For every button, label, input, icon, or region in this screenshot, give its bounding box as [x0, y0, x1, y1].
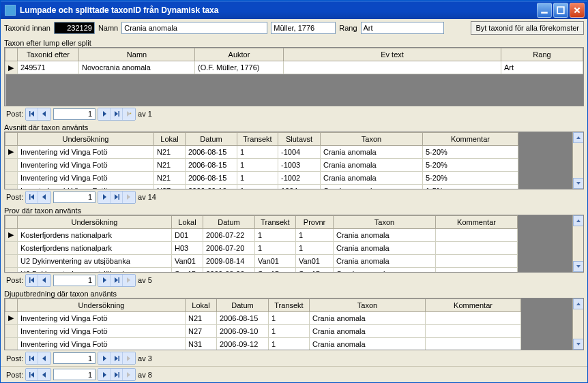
nav-of-count: 14	[148, 193, 156, 201]
col-slutavst[interactable]: Slutavst	[278, 132, 321, 145]
table-row[interactable]: Inventering vid Vinga FotöN272006-09-101…	[5, 324, 572, 337]
table-row[interactable]: ▶Inventering vid Vinga FotöN212006-08-15…	[5, 145, 572, 158]
nav-new-button[interactable]	[123, 352, 135, 364]
scroll-down-icon[interactable]	[573, 261, 584, 272]
byt-taxonid-button[interactable]: Byt taxonid för alla förekomster	[471, 21, 584, 35]
nav-next-button[interactable]	[98, 352, 111, 364]
avsnitt-scrollbar[interactable]	[572, 132, 583, 189]
col-rang[interactable]: Rang	[501, 48, 583, 61]
col-lokal[interactable]: Lokal	[154, 132, 186, 145]
nav-index-input[interactable]	[53, 192, 95, 203]
nav-label: Post:	[6, 110, 23, 118]
col-auktor[interactable]: Auktor	[195, 48, 284, 61]
nav-last-button[interactable]	[111, 192, 123, 203]
nav-next-button[interactable]	[98, 108, 111, 120]
row-selector-icon[interactable]: ▶	[5, 311, 18, 324]
close-button[interactable]	[570, 3, 585, 18]
app-icon	[5, 5, 16, 16]
scroll-up-icon[interactable]	[573, 132, 584, 143]
col-taxonid-efter[interactable]: Taxonid efter	[18, 48, 79, 61]
nav-next-button[interactable]	[98, 275, 111, 286]
col-undersokning[interactable]: Undersökning	[18, 298, 186, 311]
nav-first-button[interactable]	[26, 369, 38, 380]
col-kommentar[interactable]: Kommentar	[426, 298, 521, 311]
prov-record-nav: Post: av 5	[1, 273, 587, 288]
djup-scrollbar[interactable]	[572, 298, 583, 350]
nav-last-button[interactable]	[111, 352, 123, 364]
col-provnr[interactable]: Provnr	[296, 215, 334, 228]
col-undersokning[interactable]: Undersökning	[18, 215, 172, 228]
nav-index-input[interactable]	[53, 369, 95, 380]
table-row[interactable]: ▶Kosterfjordens nationalparkD012006-07-2…	[5, 228, 572, 241]
col-transekt[interactable]: Transekt	[237, 132, 278, 145]
minimize-button[interactable]	[537, 3, 552, 18]
nav-first-button[interactable]	[26, 192, 38, 203]
nav-new-button[interactable]	[123, 369, 135, 380]
nav-prev-button[interactable]	[38, 275, 50, 286]
nav-last-button[interactable]	[111, 369, 123, 380]
nav-next-button[interactable]	[98, 192, 111, 203]
col-kommentar[interactable]: Kommentar	[423, 132, 518, 145]
nav-prev-button[interactable]	[38, 352, 50, 364]
nav-last-button[interactable]	[111, 108, 123, 120]
row-selector-icon[interactable]: ▶	[5, 61, 18, 74]
col-taxon[interactable]: Taxon	[334, 215, 436, 228]
col-kommentar[interactable]: Kommentar	[436, 215, 518, 228]
nav-new-button[interactable]: *	[123, 108, 135, 120]
scroll-up-icon[interactable]	[573, 298, 584, 309]
table-row[interactable]: Inventering vid Vinga FotöN272006-09-101…	[5, 184, 572, 188]
col-transekt[interactable]: Transekt	[269, 298, 310, 311]
table-row[interactable]: ▶Inventering vid Vinga FotöN212006-08-15…	[5, 311, 572, 324]
col-taxon[interactable]: Taxon	[310, 298, 426, 311]
djup-table[interactable]: Undersökning Lokal Datum Transekt Taxon …	[5, 298, 572, 350]
efter-record-nav: Post: * av 1	[1, 106, 587, 122]
col-evtext[interactable]: Ev text	[284, 48, 501, 61]
table-row[interactable]: U2 Dykinventering av utsjöbankaSva152009…	[5, 267, 572, 271]
nav-first-button[interactable]	[26, 352, 38, 364]
avsnitt-table[interactable]: Undersökning Lokal Datum Transekt Slutav…	[5, 132, 572, 189]
col-datum[interactable]: Datum	[217, 298, 269, 311]
rang-input[interactable]	[361, 22, 444, 34]
nav-of-count: 1	[148, 110, 152, 118]
nav-prev-button[interactable]	[38, 369, 50, 380]
table-row[interactable]: ▶ 249571 Novocrania anomala (O.F. Müller…	[5, 61, 583, 74]
djup-grid: Undersökning Lokal Datum Transekt Taxon …	[4, 298, 584, 350]
nav-first-button[interactable]	[26, 108, 38, 120]
scroll-down-icon[interactable]	[573, 339, 584, 350]
row-selector-icon[interactable]: ▶	[5, 228, 18, 241]
scroll-down-icon[interactable]	[573, 178, 584, 189]
col-datum[interactable]: Datum	[203, 215, 255, 228]
nav-first-button[interactable]	[26, 275, 38, 286]
maximize-button[interactable]	[553, 3, 568, 18]
col-undersokning[interactable]: Undersökning	[18, 132, 154, 145]
efter-table[interactable]: Taxonid efter Namn Auktor Ev text Rang ▶…	[5, 48, 583, 106]
col-lokal[interactable]: Lokal	[172, 215, 203, 228]
nav-index-input[interactable]	[53, 352, 95, 364]
scroll-up-icon[interactable]	[573, 215, 584, 226]
table-row[interactable]: U2 Dykinventering av utsjöbankaVan012009…	[5, 254, 572, 267]
col-lokal[interactable]: Lokal	[186, 298, 217, 311]
nav-prev-button[interactable]	[38, 108, 50, 120]
table-row[interactable]: Kosterfjordens nationalparkH032006-07-20…	[5, 241, 572, 254]
svg-rect-0	[541, 12, 548, 13]
row-selector-icon[interactable]: ▶	[5, 145, 18, 158]
nav-new-button[interactable]	[123, 192, 135, 203]
nav-next-button[interactable]	[98, 369, 111, 380]
table-row[interactable]: Inventering vid Vinga FotöN312006-09-121…	[5, 337, 572, 350]
col-datum[interactable]: Datum	[186, 132, 237, 145]
nav-prev-button[interactable]	[38, 192, 50, 203]
auktor-input[interactable]	[271, 22, 336, 34]
col-transekt[interactable]: Transekt	[255, 215, 296, 228]
nav-index-input[interactable]	[53, 108, 95, 120]
nav-last-button[interactable]	[111, 275, 123, 286]
prov-scrollbar[interactable]	[572, 215, 583, 272]
prov-table[interactable]: Undersökning Lokal Datum Transekt Provnr…	[5, 215, 572, 272]
table-row[interactable]: Inventering vid Vinga FotöN212006-08-151…	[5, 158, 572, 171]
taxonid-innan-input[interactable]	[54, 22, 95, 34]
nav-index-input[interactable]	[53, 275, 95, 286]
namn-input[interactable]	[121, 22, 267, 34]
col-namn[interactable]: Namn	[79, 48, 195, 61]
nav-new-button[interactable]	[123, 275, 135, 286]
table-row[interactable]: Inventering vid Vinga FotöN212006-08-151…	[5, 171, 572, 184]
col-taxon[interactable]: Taxon	[321, 132, 423, 145]
